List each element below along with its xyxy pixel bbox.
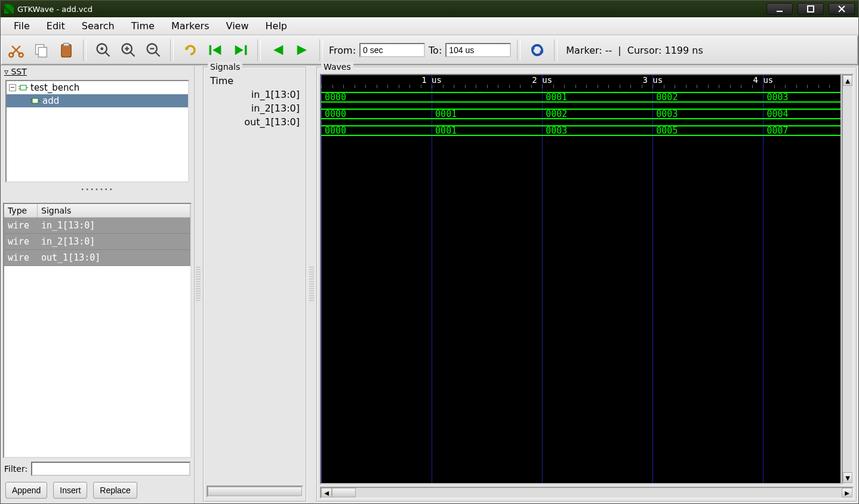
wave-value: 0001: [542, 92, 567, 103]
svg-rect-1: [808, 6, 814, 12]
tree-label: test_bench: [30, 82, 79, 93]
scroll-thumb[interactable]: [332, 488, 356, 497]
wave-value: 0000: [321, 125, 346, 136]
menu-edit[interactable]: Edit: [38, 18, 73, 34]
tree-row-test-bench[interactable]: − test_bench: [7, 81, 188, 94]
wave-canvas[interactable]: 1 us2 us3 us4 us000000010002000300000001…: [320, 74, 842, 484]
status-sep: |: [618, 45, 621, 56]
vertical-splitter[interactable]: [309, 267, 314, 302]
menu-time[interactable]: Time: [123, 18, 163, 34]
waves-vscrollbar[interactable]: ▲ ▼: [842, 74, 854, 484]
filter-input[interactable]: [31, 462, 190, 476]
copy-icon[interactable]: [30, 39, 52, 61]
toolbar: From: To: Marker: -- | Cursor: 1199 ns: [1, 35, 858, 65]
waves-title: Waves: [321, 62, 353, 72]
cursor-status: Cursor: 1199 ns: [627, 45, 703, 56]
menu-file[interactable]: File: [5, 18, 38, 34]
maximize-button[interactable]: [798, 3, 824, 15]
module-icon: [19, 84, 28, 92]
sst-panel: ▿ SST − test_bench add •••••••: [1, 66, 194, 203]
zoom-in-icon[interactable]: [118, 39, 139, 61]
app-window: GTKWave - add.vcd File Edit Search Time …: [0, 0, 859, 504]
wave-row: 00000001000300050007: [321, 123, 840, 140]
signal-name[interactable]: out_1[13:0]: [207, 115, 303, 129]
pane-divider[interactable]: •••••••: [1, 186, 194, 193]
svg-rect-12: [210, 45, 212, 55]
table-row[interactable]: wirein_1[13:0]: [4, 218, 190, 234]
menu-markers[interactable]: Markers: [163, 18, 218, 34]
menu-search[interactable]: Search: [73, 18, 123, 34]
replace-button[interactable]: Replace: [93, 482, 137, 499]
time-label: Time: [207, 74, 303, 88]
svg-rect-0: [777, 11, 783, 12]
append-button[interactable]: Append: [5, 482, 47, 499]
separator: [257, 39, 261, 61]
sst-title[interactable]: ▿ SST: [1, 66, 194, 78]
col-signals[interactable]: Signals: [38, 204, 190, 217]
separator: [170, 39, 174, 61]
from-input[interactable]: [359, 43, 425, 57]
tree-toggle-icon[interactable]: −: [9, 84, 16, 91]
wave-value: 0003: [542, 125, 567, 136]
tree-row-add[interactable]: add: [7, 94, 188, 107]
type-signals-table[interactable]: Type Signals wirein_1[13:0] wirein_2[13:…: [3, 203, 192, 458]
col-type[interactable]: Type: [4, 204, 38, 217]
tree-label: add: [42, 95, 59, 106]
insert-button[interactable]: Insert: [53, 482, 87, 499]
scroll-right-icon[interactable]: ▶: [842, 488, 852, 497]
wave-value: 0007: [763, 125, 788, 136]
wave-value: 0002: [652, 92, 678, 103]
table-row[interactable]: wirein_2[13:0]: [4, 234, 190, 250]
vertical-splitter[interactable]: [196, 267, 201, 302]
prev-edge-icon[interactable]: [267, 39, 288, 61]
wave-value: 0003: [652, 109, 678, 119]
filter-label: Filter:: [4, 464, 27, 474]
ruler-tick: 3 us: [635, 75, 670, 85]
signal-name[interactable]: in_1[13:0]: [207, 88, 303, 101]
wave-row: 00000001000200030004: [321, 106, 840, 123]
wave-value: 0004: [763, 109, 788, 119]
button-row: Append Insert Replace: [1, 480, 194, 503]
table-row[interactable]: wireout_1[13:0]: [4, 250, 190, 266]
menu-view[interactable]: View: [218, 18, 257, 34]
wave-value: 0000: [321, 109, 346, 119]
wave-value: 0001: [432, 109, 457, 119]
scroll-up-icon[interactable]: ▲: [843, 75, 852, 86]
signal-name[interactable]: in_2[13:0]: [207, 101, 303, 115]
svg-rect-14: [20, 85, 26, 90]
svg-rect-6: [61, 45, 71, 57]
left-pane: ▿ SST − test_bench add •••••••: [1, 66, 195, 503]
scroll-left-icon[interactable]: ◀: [321, 488, 332, 497]
to-input[interactable]: [445, 43, 511, 57]
filter-row: Filter:: [1, 458, 194, 480]
separator: [83, 39, 87, 61]
scroll-down-icon[interactable]: ▼: [843, 472, 852, 483]
svg-rect-13: [245, 45, 247, 55]
waves-hscrollbar[interactable]: ◀ ▶: [320, 487, 854, 499]
next-edge-icon[interactable]: [292, 39, 313, 61]
undo-icon[interactable]: [180, 39, 201, 61]
menubar: File Edit Search Time Markers View Help: [1, 17, 858, 35]
minimize-button[interactable]: [766, 3, 793, 15]
svg-rect-18: [32, 98, 38, 103]
zoom-out-icon[interactable]: [143, 39, 164, 61]
paste-icon[interactable]: [56, 39, 77, 61]
close-button[interactable]: [829, 3, 855, 15]
separator: [517, 39, 521, 61]
wave-value: 0003: [763, 92, 788, 103]
signals-hscrollbar[interactable]: [207, 486, 303, 497]
cut-icon[interactable]: [5, 39, 27, 61]
reload-icon[interactable]: [527, 39, 548, 61]
go-start-icon[interactable]: [205, 39, 226, 61]
zoom-fit-icon[interactable]: [93, 39, 114, 61]
wave-value: 0005: [652, 125, 678, 136]
ruler-tick: 4 us: [745, 75, 781, 85]
sst-tree[interactable]: − test_bench add: [5, 80, 189, 183]
svg-point-9: [100, 47, 103, 50]
app-icon: [4, 4, 14, 14]
window-title: GTKWave - add.vcd: [17, 5, 93, 14]
to-label: To:: [429, 45, 442, 56]
titlebar[interactable]: GTKWave - add.vcd: [1, 1, 858, 17]
go-end-icon[interactable]: [230, 39, 251, 61]
menu-help[interactable]: Help: [257, 18, 295, 34]
